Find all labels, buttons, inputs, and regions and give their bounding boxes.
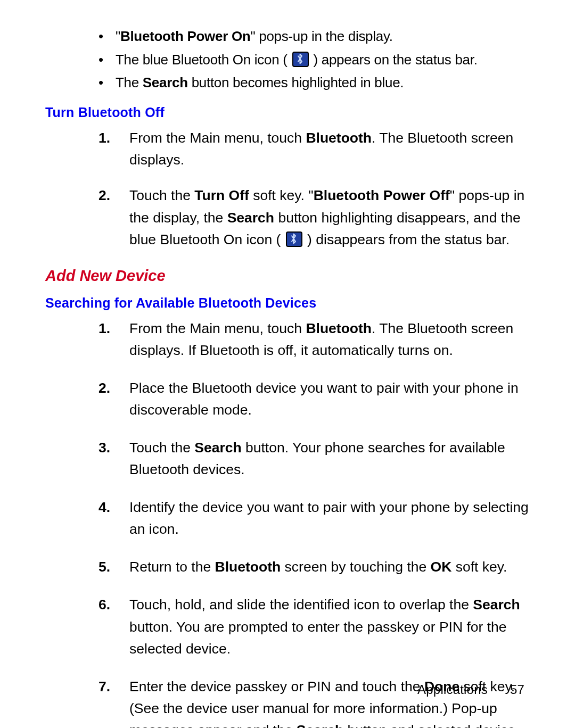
text: Enter the device passkey or PIN and touc…: [129, 679, 424, 694]
text-bold: OK: [431, 559, 452, 575]
text-bold: Bluetooth Power Off: [314, 187, 450, 203]
page-content: "Bluetooth Power On" pops-up in the disp…: [45, 27, 530, 728]
turn-off-steps: 1. From the Main menu, touch Bluetooth. …: [45, 127, 530, 250]
step-item: 3. Touch the Search button. Your phone s…: [98, 437, 530, 481]
text-bold: Search: [143, 75, 188, 90]
intro-bullet-list: "Bluetooth Power On" pops-up in the disp…: [45, 27, 530, 93]
step-number: 1.: [98, 318, 110, 340]
page-footer: Applications57: [417, 682, 524, 697]
text-bold: Bluetooth: [306, 130, 372, 146]
footer-section: Applications: [417, 682, 488, 697]
text: ) appears on the status bar.: [313, 52, 477, 68]
bullet-item: The Search button becomes highlighted in…: [98, 73, 530, 93]
step-number: 5.: [98, 556, 110, 578]
text: Touch the: [129, 440, 194, 456]
text: Return to the: [129, 559, 215, 575]
step-item: 2. Place the Bluetooth device you want t…: [98, 377, 530, 421]
step-number: 2.: [98, 377, 110, 399]
text: From the Main menu, touch: [129, 130, 306, 146]
text: " pops-up in the display.: [250, 28, 392, 44]
step-item: 6. Touch, hold, and slide the identified…: [98, 594, 530, 659]
text-bold: Search: [297, 722, 343, 728]
page: "Bluetooth Power On" pops-up in the disp…: [0, 0, 575, 728]
step-item: 4. Identify the device you want to pair …: [98, 497, 530, 540]
heading-searching-devices: Searching for Available Bluetooth Device…: [45, 293, 530, 312]
text-bold: Bluetooth Power On: [120, 28, 250, 44]
step-number: 2.: [98, 185, 110, 206]
text-bold: Search: [194, 440, 241, 456]
bullet-item: The blue Bluetooth On icon ( ) appears o…: [98, 50, 530, 70]
text-bold: Bluetooth: [215, 559, 281, 575]
text: soft key. ": [249, 187, 314, 203]
heading-turn-bluetooth-off: Turn Bluetooth Off: [45, 103, 530, 122]
bullet-item: "Bluetooth Power On" pops-up in the disp…: [98, 27, 530, 47]
text: Touch the: [129, 187, 194, 203]
text: button becomes highlighted in blue.: [188, 75, 404, 90]
text: The blue Bluetooth On icon (: [116, 52, 288, 68]
step-item: 1. From the Main menu, touch Bluetooth. …: [98, 318, 530, 361]
text-bold: Search: [227, 210, 274, 226]
text-bold: Turn Off: [194, 187, 249, 203]
text-bold: Bluetooth: [306, 320, 372, 336]
step-number: 6.: [98, 594, 110, 616]
bluetooth-on-icon: [286, 231, 302, 247]
text: From the Main menu, touch: [129, 320, 306, 336]
step-number: 3.: [98, 437, 110, 459]
step-item: 1. From the Main menu, touch Bluetooth. …: [98, 127, 530, 171]
text: button. You are prompted to enter the pa…: [129, 619, 507, 657]
text: The: [116, 75, 143, 90]
text: Place the Bluetooth device you want to p…: [129, 380, 519, 418]
step-number: 1.: [98, 127, 110, 149]
bluetooth-on-icon: [292, 52, 309, 67]
step-number: 4.: [98, 497, 110, 518]
step-item: 2. Touch the Turn Off soft key. "Bluetoo…: [98, 185, 530, 250]
step-item: 5. Return to the Bluetooth screen by tou…: [98, 556, 530, 578]
text: ": [116, 28, 120, 44]
heading-add-new-device: Add New Device: [45, 264, 530, 287]
text: soft key.: [451, 559, 507, 575]
text-bold: Search: [473, 597, 520, 613]
text: ) disappears from the status bar.: [307, 231, 510, 247]
text: Identify the device you want to pair wit…: [129, 499, 529, 537]
search-steps: 1. From the Main menu, touch Bluetooth. …: [45, 318, 530, 728]
footer-page-number: 57: [510, 682, 524, 697]
text: Touch, hold, and slide the identified ic…: [129, 597, 473, 613]
text: screen by touching the: [281, 559, 430, 575]
step-number: 7.: [98, 676, 110, 698]
